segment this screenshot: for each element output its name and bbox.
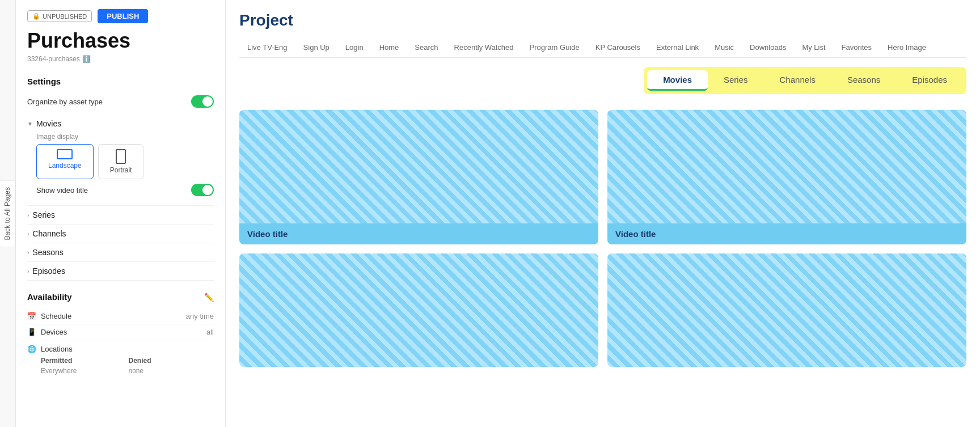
- tab-home[interactable]: Home: [371, 39, 407, 57]
- denied-header: Denied: [129, 357, 214, 365]
- video-thumbnail-3: [239, 253, 598, 367]
- video-card-2: Video title: [607, 110, 966, 244]
- movies-label: Movies: [36, 119, 61, 128]
- seasons-label: Seasons: [32, 248, 63, 257]
- tab-external-link[interactable]: External Link: [648, 39, 707, 57]
- section-seasons: › Seasons: [27, 243, 214, 262]
- schedule-value: any time: [186, 312, 214, 320]
- content-tab-movies[interactable]: Movies: [647, 70, 708, 91]
- portrait-option[interactable]: Portrait: [98, 144, 144, 179]
- video-card-1: Video title: [239, 110, 598, 244]
- episodes-label: Episodes: [32, 267, 65, 276]
- seasons-chevron-icon: ›: [27, 250, 29, 256]
- devices-row-left: 📱 Devices: [27, 328, 67, 336]
- show-title-toggle[interactable]: [191, 184, 214, 196]
- tab-live-tv-eng[interactable]: Live TV-Eng: [239, 39, 295, 57]
- section-movies: ▼ Movies Image display Landscape Portrai…: [27, 115, 214, 206]
- schedule-row: 📅 Schedule any time: [27, 308, 214, 324]
- tab-hero-image[interactable]: Hero Image: [880, 39, 934, 57]
- globe-icon: 🌐: [27, 345, 36, 353]
- page-id: 33264-purchases ℹ️: [27, 55, 214, 63]
- movies-chevron-icon: ▼: [27, 121, 33, 127]
- tab-my-list[interactable]: My List: [794, 39, 833, 57]
- tab-music[interactable]: Music: [707, 39, 742, 57]
- tab-program-guide[interactable]: Program Guide: [522, 39, 588, 57]
- series-section-header[interactable]: › Series: [27, 210, 214, 219]
- show-title-row: Show video title: [36, 184, 214, 196]
- seasons-section-header[interactable]: › Seasons: [27, 248, 214, 257]
- locations-label: Locations: [41, 345, 73, 353]
- schedule-label: Schedule: [41, 312, 71, 320]
- show-title-label: Show video title: [36, 186, 88, 195]
- episodes-chevron-icon: ›: [27, 268, 29, 274]
- portrait-label: Portrait: [110, 166, 132, 174]
- status-bar: 🔒 UNPUBLISHED PUBLISH: [27, 9, 214, 23]
- device-icon: 📱: [27, 328, 36, 336]
- organize-label: Organize by asset type: [27, 98, 103, 106]
- availability-title: Availability: [27, 292, 72, 302]
- schedule-row-left: 📅 Schedule: [27, 312, 71, 320]
- image-options: Landscape Portrait: [36, 144, 214, 179]
- channels-label: Channels: [32, 229, 66, 238]
- devices-row: 📱 Devices all: [27, 324, 214, 340]
- unpublished-badge: 🔒 UNPUBLISHED: [27, 10, 92, 22]
- back-tab-wrapper: Back to All Pages: [0, 0, 16, 427]
- video-title-2: Video title: [607, 223, 966, 244]
- project-title: Project: [239, 11, 966, 29]
- tab-sign-up[interactable]: Sign Up: [295, 39, 337, 57]
- info-icon: ℹ️: [82, 55, 91, 63]
- movies-section-header[interactable]: ▼ Movies: [27, 119, 214, 128]
- content-tabs: Movies Series Channels Seasons Episodes: [644, 67, 966, 94]
- tab-recently-watched[interactable]: Recently Watched: [446, 39, 522, 57]
- content-tab-channels[interactable]: Channels: [764, 70, 831, 91]
- devices-value: all: [206, 328, 214, 336]
- tab-favorites[interactable]: Favorites: [834, 39, 880, 57]
- series-label: Series: [32, 210, 55, 219]
- section-series: › Series: [27, 206, 214, 225]
- video-grid: Video title Video title: [239, 110, 966, 367]
- video-thumbnail-4: [607, 253, 966, 367]
- permitted-header: Permitted: [41, 357, 126, 365]
- tab-kp-carousels[interactable]: KP Carousels: [588, 39, 648, 57]
- tab-login[interactable]: Login: [337, 39, 371, 57]
- video-card-4: [607, 253, 966, 367]
- content-tab-episodes[interactable]: Episodes: [896, 70, 963, 91]
- page-title: Purchases: [27, 29, 214, 53]
- channels-chevron-icon: ›: [27, 231, 29, 237]
- edit-availability-icon[interactable]: ✏️: [204, 293, 214, 302]
- image-display-label: Image display: [36, 133, 214, 141]
- tab-downloads[interactable]: Downloads: [742, 39, 794, 57]
- section-channels: › Channels: [27, 225, 214, 243]
- channels-section-header[interactable]: › Channels: [27, 229, 214, 238]
- tab-search[interactable]: Search: [407, 39, 446, 57]
- series-chevron-icon: ›: [27, 212, 29, 218]
- publish-button[interactable]: PUBLISH: [98, 9, 148, 23]
- nav-tabs: Live TV-Eng Sign Up Login Home Search Re…: [239, 39, 966, 58]
- left-panel: 🔒 UNPUBLISHED PUBLISH Purchases 33264-pu…: [16, 0, 226, 427]
- locations-section: 🌐 Locations Permitted Denied Everywhere …: [27, 340, 214, 379]
- locations-title: 🌐 Locations: [27, 345, 214, 353]
- video-thumbnail-1: [239, 110, 598, 223]
- denied-value: none: [129, 367, 214, 375]
- permitted-value: Everywhere: [41, 367, 126, 375]
- video-title-1: Video title: [239, 223, 598, 244]
- right-panel: Project Live TV-Eng Sign Up Login Home S…: [226, 0, 980, 427]
- devices-label: Devices: [41, 328, 67, 336]
- organize-setting-row: Organize by asset type: [27, 95, 214, 108]
- lock-icon: 🔒: [32, 12, 40, 20]
- content-tab-series[interactable]: Series: [708, 70, 764, 91]
- locations-grid: Permitted Denied Everywhere none: [27, 357, 214, 375]
- availability-header: Availability ✏️: [27, 292, 214, 302]
- video-card-3: [239, 253, 598, 367]
- video-thumbnail-2: [607, 110, 966, 223]
- portrait-icon: [116, 149, 126, 164]
- organize-toggle[interactable]: [191, 95, 214, 108]
- preview-area: Movies Series Channels Seasons Episodes …: [226, 58, 980, 427]
- back-to-all-pages-button[interactable]: Back to All Pages: [0, 180, 15, 247]
- project-header: Project Live TV-Eng Sign Up Login Home S…: [226, 0, 980, 58]
- episodes-section-header[interactable]: › Episodes: [27, 267, 214, 276]
- content-tab-seasons[interactable]: Seasons: [831, 70, 896, 91]
- landscape-option[interactable]: Landscape: [36, 144, 94, 179]
- unpublished-label: UNPUBLISHED: [43, 13, 87, 20]
- landscape-label: Landscape: [48, 162, 82, 170]
